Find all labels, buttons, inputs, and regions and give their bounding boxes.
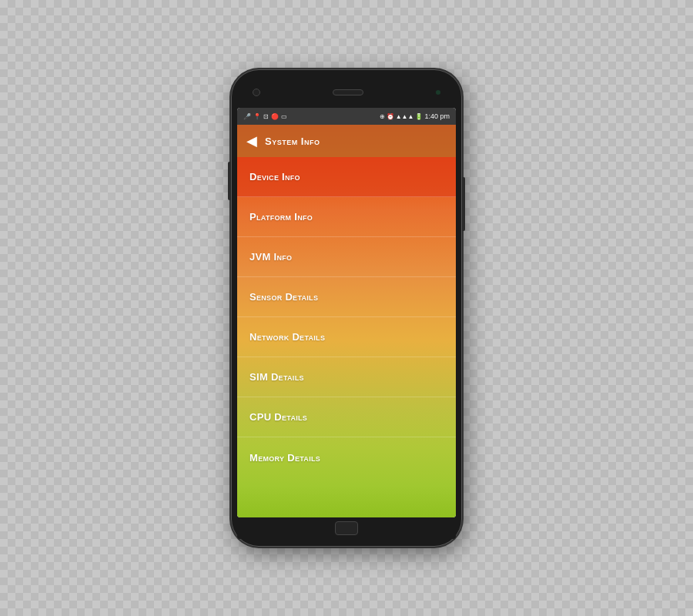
menu-item-platform-info[interactable]: Platform Info	[237, 197, 456, 237]
toolbar-title: System Info	[265, 136, 320, 147]
phone-icon: ▭	[281, 113, 287, 120]
status-icons-left: 🎤 📍 ⊡ 🔴 ▭	[243, 113, 287, 120]
menu-item-label: CPU Details	[249, 411, 307, 423]
phone-bottom-bar	[237, 517, 456, 539]
menu-item-label: Sensor Details	[249, 291, 318, 303]
menu-item-cpu-details[interactable]: CPU Details	[237, 397, 456, 437]
app-content: ◀ System Info Device InfoPlatform InfoJV…	[237, 125, 456, 517]
cast-icon: ⊡	[263, 113, 269, 120]
menu-item-label: SIM Details	[249, 371, 304, 383]
home-button[interactable]	[335, 521, 358, 535]
app-toolbar: ◀ System Info	[237, 125, 456, 157]
battery-icon: 🔋	[415, 113, 423, 120]
status-icons-right: ⊕ ⏰ ▲▲▲ 🔋 1:40 pm	[380, 112, 450, 120]
menu-item-device-info[interactable]: Device Info	[237, 157, 456, 197]
menu-item-memory-details[interactable]: Memory Details	[237, 437, 456, 477]
status-bar: 🎤 📍 ⊡ 🔴 ▭ ⊕ ⏰ ▲▲▲ 🔋 1:40 pm	[237, 108, 456, 125]
menu-item-label: Memory Details	[249, 452, 320, 464]
proximity-sensor	[436, 90, 440, 95]
mic-icon: 🎤	[243, 113, 251, 120]
location-icon: 📍	[253, 113, 261, 120]
wifi-icon: ⊕	[380, 113, 385, 120]
menu-item-label: JVM Info	[249, 251, 292, 263]
menu-item-network-details[interactable]: Network Details	[237, 317, 456, 357]
phone-device: 🎤 📍 ⊡ 🔴 ▭ ⊕ ⏰ ▲▲▲ 🔋 1:40 pm ◀ System Inf…	[231, 69, 462, 547]
menu-item-jvm-info[interactable]: JVM Info	[237, 237, 456, 277]
menu-item-label: Network Details	[249, 331, 325, 343]
menu-list: Device InfoPlatform InfoJVM InfoSensor D…	[237, 157, 456, 517]
camera-area	[253, 89, 260, 96]
status-time: 1:40 pm	[424, 112, 450, 120]
dnd-icon: 🔴	[271, 113, 279, 120]
menu-item-sim-details[interactable]: SIM Details	[237, 357, 456, 397]
menu-item-label: Device Info	[249, 171, 300, 182]
menu-item-label: Platform Info	[249, 211, 313, 223]
front-camera	[253, 89, 260, 96]
phone-screen: 🎤 📍 ⊡ 🔴 ▭ ⊕ ⏰ ▲▲▲ 🔋 1:40 pm ◀ System Inf…	[237, 108, 456, 517]
phone-top-bar	[237, 77, 456, 108]
menu-item-sensor-details[interactable]: Sensor Details	[237, 277, 456, 317]
signal-icon: ▲▲▲	[396, 113, 414, 120]
speaker	[333, 89, 363, 95]
back-button[interactable]: ◀	[246, 132, 257, 149]
alarm-icon: ⏰	[387, 113, 394, 120]
